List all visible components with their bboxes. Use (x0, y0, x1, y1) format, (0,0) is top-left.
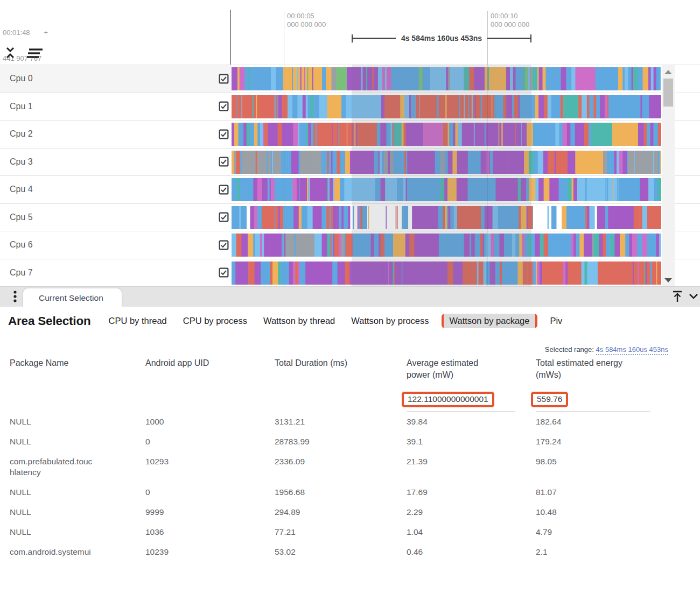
table-cell: 1000 (145, 412, 275, 432)
scrollbar-up-arrow-icon[interactable] (664, 70, 672, 74)
track-timeline[interactable] (232, 93, 661, 121)
track-checkbox[interactable] (219, 185, 229, 195)
track-checkbox[interactable] (219, 101, 229, 111)
table-cell: 53.02 (275, 542, 407, 562)
track-checkbox[interactable] (219, 240, 229, 250)
cpu-track-row[interactable]: Cpu 7 (0, 259, 700, 287)
tab-current-selection[interactable]: Current Selection (23, 288, 122, 307)
table-cell: 4.79 (536, 522, 657, 542)
cpu-track-row[interactable]: Cpu 4 (0, 175, 700, 203)
scrollbar-down-arrow-icon[interactable] (664, 278, 672, 282)
table-header-cell: Package Name (10, 357, 112, 392)
cpu-track-row[interactable]: Cpu 1 (0, 93, 700, 121)
totals-energy-cell: 559.76 (536, 392, 650, 412)
scrollbar-thumb[interactable] (663, 79, 673, 107)
tab-wattson-by-process[interactable]: Wattson by process (343, 314, 437, 328)
table-cell: 0.46 (407, 542, 536, 562)
table-cell: NULL (10, 503, 101, 522)
expand-panel-up-button[interactable] (670, 289, 685, 305)
tick-label-line2: 000 000 000 (287, 20, 326, 29)
track-checkbox[interactable] (219, 157, 229, 167)
tab-cpu-by-thread[interactable]: CPU by thread (101, 314, 175, 328)
tab-cpu-by-process[interactable]: CPU by process (175, 314, 255, 328)
track-timeline[interactable] (232, 148, 661, 176)
track-label: Cpu 2 (10, 129, 33, 139)
wattson-package-table: Package NameAndroid app UIDTotal Duratio… (10, 357, 668, 562)
track-checkbox[interactable] (219, 129, 229, 139)
cpu-track-row[interactable]: Cpu 3 (0, 148, 700, 176)
table-cell: 10239 (145, 542, 275, 562)
table-cell: 39.1 (407, 432, 536, 452)
cpu-tracks-panel: Cpu 0Cpu 1Cpu 2Cpu 3Cpu 4Cpu 5Cpu 6Cpu 7 (0, 65, 700, 286)
table-cell: 2336.09 (275, 452, 407, 483)
track-timeline-canvas[interactable] (232, 234, 661, 257)
table-cell: com.android.systemui (10, 542, 101, 562)
details-tabs: CPU by threadCPU by processWattson by th… (101, 314, 571, 328)
track-label-cell: Cpu 6 (0, 231, 232, 259)
details-header: Area Selection CPU by threadCPU by proce… (8, 314, 700, 328)
cpu-track-row[interactable]: Cpu 6 (0, 231, 700, 259)
cpu-track-row[interactable]: Cpu 0 (0, 65, 700, 93)
track-timeline-canvas[interactable] (232, 261, 661, 285)
timeline-tick: 00:00:05000 000 000 (284, 11, 326, 65)
track-timeline-canvas[interactable] (232, 206, 661, 229)
tab-wattson-by-package[interactable]: Wattson by package (444, 314, 536, 328)
track-checkbox[interactable] (219, 267, 229, 278)
track-label: Cpu 0 (10, 74, 33, 83)
track-checkbox[interactable] (219, 74, 229, 84)
table-cell: 0 (145, 432, 275, 452)
unfold-less-icon (3, 45, 22, 60)
table-cell: 1036 (145, 522, 275, 542)
table-cell: NULL (10, 412, 101, 432)
track-timeline-canvas[interactable] (232, 95, 661, 118)
annotation-highlight-box: 559.76 (531, 392, 568, 407)
annotation-highlight-box: Wattson by package (442, 314, 538, 328)
totals-value-energy: 559.76 (537, 394, 562, 404)
table-cell: 39.84 (407, 412, 536, 432)
chevron-down-icon (687, 297, 700, 305)
table-cell: NULL (10, 522, 101, 542)
track-label-cell: Cpu 3 (0, 148, 232, 176)
track-timeline[interactable] (232, 204, 661, 231)
table-cell: com.prefabulated.touchlatency (10, 452, 101, 483)
collapse-all-tracks-button[interactable] (3, 45, 22, 60)
tracks-scrollbar[interactable] (662, 65, 675, 286)
sort-lines-icon (25, 47, 43, 60)
selected-range-link[interactable]: 4s 584ms 160us 453ns (596, 345, 668, 355)
track-timeline-canvas[interactable] (232, 178, 661, 201)
track-timeline[interactable] (232, 176, 661, 203)
track-timeline[interactable] (232, 65, 661, 93)
table-cell: 1.04 (407, 522, 536, 542)
table-cell: 1956.68 (275, 483, 407, 503)
table-cell: 179.24 (536, 432, 657, 452)
area-selection-title: Area Selection (8, 314, 91, 328)
cpu-track-row[interactable]: Cpu 5 (0, 203, 700, 231)
panel-menu-button[interactable] (8, 289, 23, 305)
track-label: Cpu 6 (10, 240, 33, 250)
tick-label-line1: 00:00:05 (287, 12, 326, 20)
totals-avg-power-cell: 122.11000000000001 (407, 392, 515, 412)
tab-pivot[interactable]: Piv (542, 314, 570, 328)
totals-empty-cell (275, 392, 407, 412)
cpu-track-row[interactable]: Cpu 2 (0, 120, 700, 148)
track-timeline-canvas[interactable] (232, 123, 661, 146)
tab-wattson-by-thread[interactable]: Wattson by thread (255, 314, 343, 328)
track-timeline-canvas[interactable] (232, 151, 661, 174)
timeline-start-marker (230, 10, 231, 65)
selected-range-row: Selected range: 4s 584ms 160us 453ns (0, 345, 668, 353)
track-label-cell: Cpu 0 (0, 65, 232, 93)
track-timeline-canvas[interactable] (232, 67, 661, 90)
table-cell: 98.05 (536, 452, 657, 483)
tick-label: 00:00:05000 000 000 (287, 12, 326, 29)
totals-empty-cell (10, 392, 145, 412)
track-timeline[interactable] (232, 259, 661, 287)
track-timeline[interactable] (232, 121, 661, 148)
details-tab-strip: Current Selection (0, 286, 700, 307)
sort-tracks-button[interactable] (25, 46, 43, 61)
track-label-cell: Cpu 4 (0, 176, 232, 203)
track-checkbox[interactable] (219, 212, 229, 222)
track-timeline[interactable] (232, 231, 661, 259)
track-rows: Cpu 0Cpu 1Cpu 2Cpu 3Cpu 4Cpu 5Cpu 6Cpu 7 (0, 65, 700, 286)
table-cell: 10.48 (536, 503, 657, 522)
collapse-panel-button[interactable] (686, 289, 700, 305)
